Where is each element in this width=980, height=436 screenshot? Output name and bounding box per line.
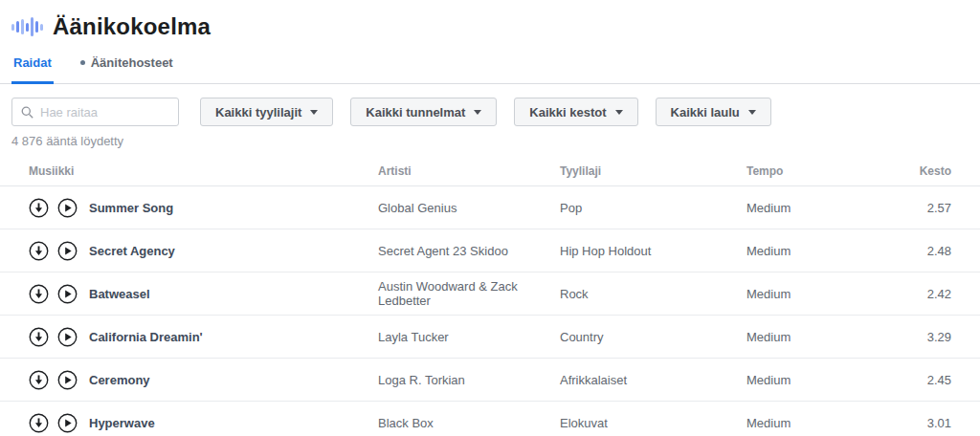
play-button[interactable] (57, 413, 78, 433)
song-title: California Dreamin' (89, 330, 203, 344)
play-button[interactable] (57, 198, 78, 218)
download-icon (29, 198, 49, 218)
download-button[interactable] (29, 413, 49, 433)
search-input[interactable] (40, 105, 169, 120)
tab-bar: Raidat Äänitehosteet (0, 44, 980, 84)
play-icon (57, 370, 78, 390)
caret-down-icon (615, 110, 623, 115)
genre-cell: Elokuvat (560, 416, 746, 430)
column-header-kesto: Kesto (890, 164, 951, 178)
results-count: 4 876 ääntä löydetty (0, 132, 980, 156)
app-header: Äänikokoelma (0, 0, 980, 44)
filter-genre-dropdown[interactable]: Kaikki tyylilajit (200, 98, 333, 126)
duration-cell: 2.42 (890, 287, 951, 301)
play-button[interactable] (57, 241, 78, 261)
table-header: Musiikki Artisti Tyylilaji Tempo Kesto (0, 156, 980, 186)
music-cell: California Dreamin' (29, 327, 378, 347)
artist-cell: Global Genius (378, 201, 560, 215)
play-icon (57, 284, 78, 304)
play-icon (57, 241, 78, 261)
song-title: Batweasel (89, 287, 150, 301)
filter-label: Kaikki tyylilajit (215, 105, 301, 120)
song-title: Ceremony (89, 373, 150, 387)
duration-cell: 2.48 (890, 244, 951, 258)
table-row: Ceremony Loga R. Torkian Afrikkalaiset M… (0, 359, 980, 402)
download-button[interactable] (29, 241, 49, 261)
download-button[interactable] (29, 284, 49, 304)
music-cell: Batweasel (29, 284, 378, 304)
tab-label: Äänitehosteet (91, 55, 173, 70)
download-button[interactable] (29, 327, 49, 347)
caret-down-icon (310, 110, 318, 115)
music-cell: Secret Agency (29, 241, 378, 261)
play-icon (57, 327, 78, 347)
music-cell: Ceremony (29, 370, 378, 390)
column-header-artisti: Artisti (378, 164, 560, 178)
song-title: Hyperwave (89, 416, 155, 430)
play-icon (57, 413, 78, 433)
search-icon (21, 106, 33, 119)
filter-vocal-dropdown[interactable]: Kaikki laulu (656, 98, 771, 126)
tab-label: Raidat (13, 55, 52, 70)
genre-cell: Pop (560, 201, 746, 215)
column-header-tempo: Tempo (746, 164, 890, 178)
duration-cell: 3.01 (890, 416, 951, 430)
table-row: Secret Agency Secret Agent 23 Skidoo Hip… (0, 229, 980, 272)
search-box[interactable] (11, 98, 179, 126)
duration-cell: 2.57 (890, 201, 951, 215)
genre-cell: Afrikkalaiset (560, 373, 746, 387)
download-icon (29, 413, 49, 433)
filter-label: Kaikki laulu (671, 105, 740, 120)
song-title: Secret Agency (89, 244, 175, 258)
play-icon (57, 198, 78, 218)
tab-raidat[interactable]: Raidat (11, 44, 54, 84)
table-row: Summer Song Global Genius Pop Medium 2.5… (0, 186, 980, 229)
tab-bullet-dot (80, 60, 85, 65)
genre-cell: Hip Hop Holdout (560, 244, 746, 258)
table-row: Hyperwave Black Box Elokuvat Medium 3.01 (0, 402, 980, 436)
column-header-tyylilaji: Tyylilaji (560, 164, 746, 178)
music-cell: Hyperwave (29, 413, 378, 433)
table-row: California Dreamin' Layla Tucker Country… (0, 316, 980, 359)
filter-mood-dropdown[interactable]: Kaikki tunnelmat (350, 98, 497, 126)
page-title: Äänikokoelma (53, 13, 211, 40)
download-icon (29, 370, 49, 390)
download-icon (29, 284, 49, 304)
filters-toolbar: Kaikki tyylilajit Kaikki tunnelmat Kaikk… (0, 84, 980, 132)
artist-cell: Layla Tucker (378, 330, 560, 344)
filter-label: Kaikki kestot (529, 105, 606, 120)
waveform-icon (11, 16, 43, 37)
duration-cell: 3.29 (890, 330, 951, 344)
artist-cell: Loga R. Torkian (378, 373, 560, 387)
download-icon (29, 241, 49, 261)
tempo-cell: Medium (746, 201, 890, 215)
music-cell: Summer Song (29, 198, 378, 218)
caret-down-icon (474, 110, 481, 115)
play-button[interactable] (57, 327, 78, 347)
duration-cell: 2.45 (890, 373, 951, 387)
filter-duration-dropdown[interactable]: Kaikki kestot (514, 98, 637, 126)
genre-cell: Rock (560, 287, 746, 301)
song-title: Summer Song (89, 201, 173, 215)
filter-label: Kaikki tunnelmat (366, 105, 465, 120)
artist-cell: Black Box (378, 416, 560, 430)
tempo-cell: Medium (746, 244, 890, 258)
artist-cell: Austin Woodward & Zack Ledbetter (378, 279, 560, 308)
genre-cell: Country (560, 330, 746, 344)
play-button[interactable] (57, 370, 78, 390)
tempo-cell: Medium (746, 287, 890, 301)
tempo-cell: Medium (746, 330, 890, 344)
tempo-cell: Medium (746, 416, 890, 430)
tab-aanitehosteet[interactable]: Äänitehosteet (78, 44, 175, 84)
download-icon (29, 327, 49, 347)
caret-down-icon (748, 110, 756, 115)
download-button[interactable] (29, 198, 49, 218)
tempo-cell: Medium (746, 373, 890, 387)
column-header-musiikki: Musiikki (29, 164, 378, 178)
artist-cell: Secret Agent 23 Skidoo (378, 244, 560, 258)
play-button[interactable] (57, 284, 78, 304)
table-row: Batweasel Austin Woodward & Zack Ledbett… (0, 272, 980, 316)
download-button[interactable] (29, 370, 49, 390)
